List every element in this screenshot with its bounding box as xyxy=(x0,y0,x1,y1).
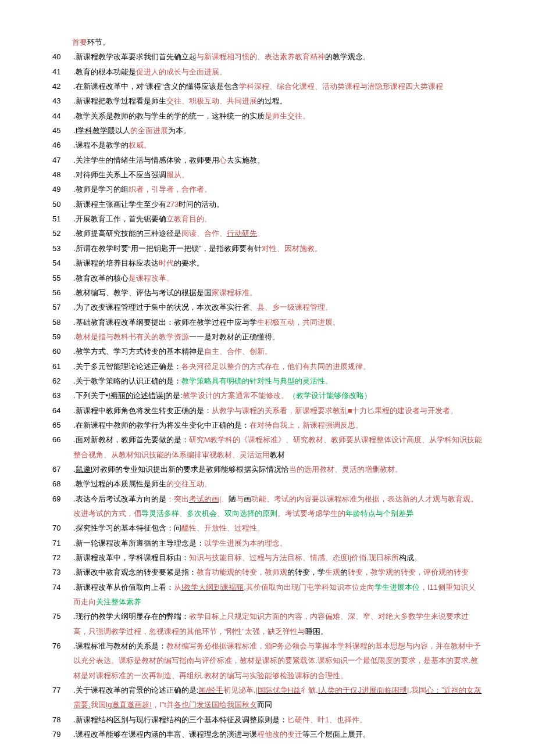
text-segment: 阅读、合作、 xyxy=(181,229,227,238)
text-segment: 鼠邀! xyxy=(76,465,93,474)
text-segment: ,我国 xyxy=(409,686,426,694)
text-segment: 其价值取向出现门屯学科知识本位走向 xyxy=(246,583,374,592)
item-number: 47 xyxy=(52,153,69,167)
list-item: 64.新课程中教师角色将发生转变正确的是：从教学与课程的关系看，新课程要求教乱■… xyxy=(52,403,483,418)
item-content: .教材编写、教学、评估与考试的根据是国家课程标准。 xyxy=(73,285,483,300)
text-segment: 。考试要考虑学生的 xyxy=(277,509,345,518)
text-segment: 的要求。 xyxy=(174,259,204,267)
text-segment: 生观 xyxy=(325,568,340,576)
list-item: 51.开展教育工作，首先锯要确立教育目的。 xyxy=(52,212,483,226)
text-segment: 生积极互动，共同进展。 xyxy=(257,318,340,327)
list-item: 77.关于课程改革的背景的论述正确的是:闻/经手初见泌革,|国际优争H益彳觥,I… xyxy=(52,683,483,712)
text-segment: 各夬河径足以整介的方式存在，他们有共同的进展规律。 xyxy=(181,362,370,371)
item-number: 56 xyxy=(52,285,69,300)
item-content: .面对新教材，教师首先要做的是：研究M教学科的《课程标准》、研究教材、教师要从课… xyxy=(73,432,483,462)
text-segment: .教学方式、学习方式转变的基本精神是 xyxy=(73,347,204,356)
text-segment: 立教育目的。 xyxy=(166,214,212,223)
list-item: 53.所谓在教学时要“用一把钥匙开一把锁”，是指教师要有针对性、因材施教。 xyxy=(52,241,483,256)
item-number: 68 xyxy=(52,476,69,491)
text-segment: .开展教育工作，首先锯要确 xyxy=(73,214,166,223)
text-segment: 权威。 xyxy=(129,141,151,149)
item-content: .新课程改革从价值取向上看：从!教学大纲到课褔丽,其价值取向出现门屯学科知识本位… xyxy=(73,580,483,610)
text-segment: .新课程中教师角色将发生转变正确的是： xyxy=(73,406,212,415)
list-item: 52.教师提高研究技能的三种途径是阅读、合作、行动研先。 xyxy=(52,226,483,241)
text-segment: 在对待自我上，新课程强调反思。 xyxy=(249,421,363,429)
list-item: 58.基础教育课程改革纲要提出：教师在教学过程中应与学生积极互动，共同进展。 xyxy=(52,315,483,329)
text-segment: .关注学生的情绪生活与情感体验，教师要用 xyxy=(73,156,219,164)
text-segment: 学科深程、综合化课程、活动类课程与潜隐形课程四大类课程 xyxy=(239,82,443,91)
text-segment: 年龄特点与个别差异 xyxy=(345,509,413,518)
list-item: 42.在新课程改革中，对“课程”含义的懂得应该是包含学科深程、综合化课程、活动类… xyxy=(52,79,483,94)
item-number: 43 xyxy=(52,94,69,108)
item-content: .教学关系是教师的教与学生的学的统一，这种统一的实质是师生交往。 xyxy=(73,109,483,123)
list-item: 73.新课改中教育观念的转变要紧是指：教育功能观的转变，教师观的转变，学生观的转… xyxy=(52,565,483,579)
text-segment: 各也门发送国给我国秋攵 xyxy=(174,700,257,709)
item-number: 52 xyxy=(52,226,69,241)
item-content: .新课程教学改革要求我们首先确立起与新课程相习惯的、表达素养教育精神的教学观念。 xyxy=(73,49,483,64)
item-content: .基础教育课程改革纲要提出：教师在教学过程中应与学生积极互动，共同进展。 xyxy=(73,315,483,329)
text-segment: .新一轮课程改革所遵循的主导理念是： xyxy=(73,539,204,547)
list-item: 75.现行的教学大纲明显存在的弊端：教学目标上只规定知识方面的内容，内容偏难、深… xyxy=(52,609,483,639)
item-number: 57 xyxy=(52,300,69,314)
text-segment: .在新课程改革中，对“课程”含义的懂得应该是包含 xyxy=(73,82,239,91)
text-segment: 服从。 xyxy=(166,170,189,179)
text-segment: 等三个层面上展开。 xyxy=(302,730,370,739)
text-segment: 273 xyxy=(166,200,179,209)
text-segment: 以人 xyxy=(115,126,130,135)
item-number: 64 xyxy=(52,403,69,418)
item-number: 69 xyxy=(52,492,69,506)
text-segment: 画 xyxy=(244,495,251,503)
text-segment: 与 xyxy=(236,495,244,503)
text-segment: 促进人的成长与全面进展。 xyxy=(136,67,227,76)
text-segment: 时代 xyxy=(159,259,174,267)
text-segment: .所谓在教学时要“用一把钥匙开一把锁”，是指教师要有针 xyxy=(73,244,262,253)
text-segment: 的全面进展 xyxy=(130,126,168,135)
list-item: 62.关于教学策略的认识正确的是：教学策略具有明确的针对性与典型的灵活性。 xyxy=(52,374,483,388)
text-segment: 去实施教。 xyxy=(227,156,265,164)
list-item: 59.教材是指与教科书有关的教学资源一一是对教材的正确懂得。 xyxy=(52,329,483,344)
text-segment: .新课程结构区别与现行课程结构的三个基本特征及调整原则是： xyxy=(73,715,287,724)
text-segment: 一一是对教材的正确懂得。 xyxy=(189,332,280,341)
item-number: 74 xyxy=(52,580,69,594)
item-content: .教材是指与教科书有关的教学资源一一是对教材的正确懂得。 xyxy=(73,329,483,344)
text-segment: 功能。考试的内容要以课程标准为根据，表达新的人才观与教育观 xyxy=(251,495,470,503)
text-segment: 为本。 xyxy=(168,126,191,135)
item-number: 63 xyxy=(52,388,69,403)
text-segment: .新课程教学改革要求我们首先确立起 xyxy=(73,52,197,61)
text-segment: 首要 xyxy=(72,38,87,46)
text-segment: 学生进展本位 xyxy=(374,583,420,592)
text-segment: 从 xyxy=(174,583,181,592)
text-segment: 教育功能观的转变，教师观 xyxy=(197,568,287,576)
item-content: .关于课程改革的背景的论述正确的是:闻/经手初见泌革,|国际优争H益彳觥,I人类… xyxy=(73,683,483,712)
item-number: 60 xyxy=(52,344,69,359)
text-segment: 我国 xyxy=(91,700,106,709)
item-content: .新课程主张画让学生至少有273时间的活动。 xyxy=(73,197,483,212)
text-segment: .现行的教学大纲明显存在的弊端： xyxy=(73,612,189,621)
text-segment: ，I"t并 xyxy=(152,700,174,709)
item-content: .课程改革能够在课程内涵的丰富、课程理念的演进与课程他改的变迁等三个层面上展开。 xyxy=(73,727,483,741)
text-segment: 教材 xyxy=(270,450,285,459)
item-number: 70 xyxy=(52,521,69,535)
text-segment: 当的选用教材、灵活的增删教材。 xyxy=(289,465,402,474)
text-segment: 的过程。 xyxy=(257,96,287,105)
list-item: 60.教学方式、学习方式转变的基本精神是自主、合作、创新。 xyxy=(52,344,483,359)
item-content: .新课程的培养目标应表达时代的要求。 xyxy=(73,256,483,270)
list-item: 79.课程改革能够在课程内涵的丰富、课程理念的演进与课程他改的变迁等三个层面上展… xyxy=(52,727,483,741)
list-item: 66.面对新教材，教师首先要做的是：研究M教学科的《课程标准》、研究教材、教师要… xyxy=(52,432,483,462)
text-segment: .基础教育课程改革纲要提出：教师在教学过程中应与学 xyxy=(73,318,257,327)
list-item: 69.表达今后考试改革方向的是：突出考试的画|、陋与画功能。考试的内容要以课程标… xyxy=(52,492,483,521)
list-item: 45.I学科教学隈以人的全面进展为本。 xyxy=(52,123,483,138)
text-segment: .表达今后考试改革方向的是 xyxy=(73,495,166,503)
text-segment: .教学过程的本质属性是师生 xyxy=(73,479,166,488)
item-content: .在新课程改革中，对“课程”含义的懂得应该是包含学科深程、综合化课程、活动类课程… xyxy=(73,79,483,94)
text-segment: .关于课程改革的背景的论述正确的是: xyxy=(73,686,198,694)
item-number: 45 xyxy=(52,123,69,138)
text-segment: 教材是指与教科书有关的教学资源 xyxy=(76,332,189,341)
item-content: .所谓在教学时要“用一把钥匙开一把锁”，是指教师要有针对性、因材施教。 xyxy=(73,241,483,256)
list-item: 50.新课程主张画让学生至少有273时间的活动。 xyxy=(52,197,483,212)
text-segment: 教学设计的方案通常不能修改。 xyxy=(183,391,288,400)
text-segment: .课程标准与教材的关系是： xyxy=(73,642,166,650)
text-segment: 的教学观念。 xyxy=(325,52,370,61)
text-segment: 构成。 xyxy=(399,553,422,562)
text-segment: I人类的于仅J进展面临困玴| xyxy=(318,686,409,694)
